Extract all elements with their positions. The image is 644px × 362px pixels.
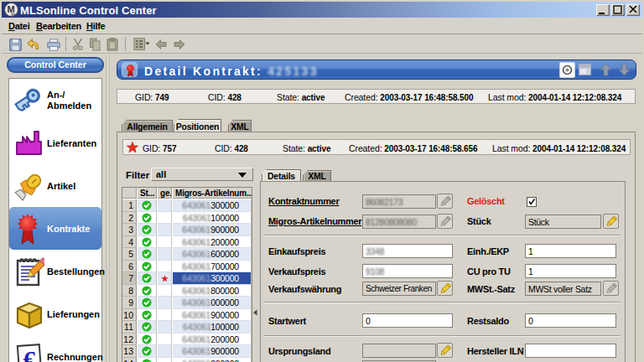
svg-text:€: € bbox=[22, 346, 36, 362]
svg-text:ls: ls bbox=[11, 12, 16, 17]
